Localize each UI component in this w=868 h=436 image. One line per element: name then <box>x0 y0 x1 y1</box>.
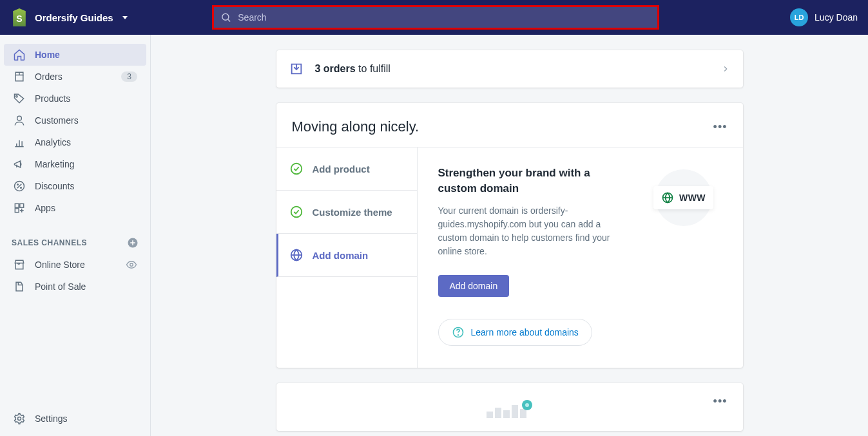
search-input[interactable] <box>238 12 651 23</box>
store-name: Ordersify Guides <box>35 12 113 23</box>
step-add-product[interactable]: Add product <box>276 147 417 191</box>
nav-label: Settings <box>35 413 68 424</box>
detail-desc: Your current domain is ordersify-guides.… <box>438 204 619 258</box>
globe-icon <box>289 248 304 262</box>
svg-point-0 <box>222 14 229 20</box>
fulfill-text: 3 orders to fulfill <box>315 63 391 75</box>
channel-online-store[interactable]: Online Store <box>4 254 146 276</box>
nav-products[interactable]: Products <box>4 88 146 109</box>
onboarding-steps: Add product Customize theme Add domain <box>276 147 417 368</box>
shopify-logo-icon <box>10 8 28 26</box>
main-content: 3 orders to fulfill Moving along nicely.… <box>151 35 868 436</box>
channel-pos[interactable]: Point of Sale <box>4 276 146 298</box>
top-bar: Ordersify Guides LD Lucy Doan <box>0 0 868 35</box>
card-menu-icon[interactable]: ••• <box>713 395 728 408</box>
nav-label: Point of Sale <box>35 281 86 292</box>
analytics-icon <box>13 136 26 149</box>
step-add-domain[interactable]: Add domain <box>276 234 417 277</box>
nav-label: Home <box>35 50 60 60</box>
svg-point-14 <box>291 207 302 218</box>
onboarding-card: Moving along nicely. ••• Add product Cus… <box>276 103 743 368</box>
nav-customers[interactable]: Customers <box>4 109 146 131</box>
globe-icon <box>661 191 674 204</box>
domain-illustration: WWW <box>645 166 722 230</box>
fulfill-orders-card[interactable]: 3 orders to fulfill <box>276 50 743 88</box>
nav-label: Online Store <box>35 260 85 270</box>
tag-icon <box>13 92 26 105</box>
svg-rect-7 <box>15 204 19 207</box>
question-circle-icon <box>452 326 465 339</box>
user-name: Lucy Doan <box>815 12 858 23</box>
add-domain-button[interactable]: Add domain <box>438 275 510 297</box>
add-channel-icon[interactable] <box>127 237 139 249</box>
onboarding-title: Moving along nicely. <box>292 118 420 135</box>
nav-label: Apps <box>35 203 55 213</box>
inbox-icon <box>289 62 304 76</box>
nav-marketing[interactable]: Marketing <box>4 153 146 175</box>
detail-title: Strengthen your brand with a custom doma… <box>438 166 632 196</box>
nav-label: Analytics <box>35 137 71 147</box>
orders-icon <box>13 70 26 83</box>
megaphone-icon <box>13 158 26 171</box>
gear-icon <box>13 412 26 425</box>
search-icon <box>220 12 231 23</box>
mini-illustration <box>292 401 728 418</box>
secondary-card: ••• <box>276 383 743 431</box>
learn-more-link[interactable]: Learn more about domains <box>438 319 592 346</box>
sidebar: Home Orders 3 Products Customers Analyti… <box>0 35 151 436</box>
discount-icon <box>13 180 26 193</box>
store-switcher[interactable]: Ordersify Guides <box>10 8 128 26</box>
chevron-right-icon <box>721 64 730 73</box>
home-icon <box>13 48 26 61</box>
check-circle-icon <box>289 205 304 219</box>
svg-point-17 <box>458 334 458 335</box>
svg-point-3 <box>17 116 22 120</box>
svg-rect-9 <box>15 209 19 213</box>
svg-point-12 <box>18 417 21 421</box>
svg-point-6 <box>21 187 22 189</box>
apps-icon <box>13 202 26 214</box>
nav-label: Customers <box>35 115 79 126</box>
user-menu[interactable]: LD Lucy Doan <box>790 8 858 26</box>
nav-settings[interactable]: Settings <box>4 408 146 430</box>
store-icon <box>13 258 26 271</box>
sales-channels-header: SALES CHANNELS <box>0 232 150 254</box>
nav-label: Orders <box>35 71 63 82</box>
customer-icon <box>13 114 26 127</box>
nav-apps[interactable]: Apps <box>4 197 146 219</box>
svg-line-1 <box>228 19 230 21</box>
svg-point-11 <box>130 263 133 267</box>
pos-icon <box>13 280 26 293</box>
svg-point-13 <box>291 164 302 175</box>
svg-rect-8 <box>20 204 24 207</box>
nav-home[interactable]: Home <box>4 44 146 66</box>
svg-point-5 <box>17 184 19 185</box>
nav-orders[interactable]: Orders 3 <box>4 66 146 88</box>
step-detail: Strengthen your brand with a custom doma… <box>417 147 743 368</box>
nav-analytics[interactable]: Analytics <box>4 131 146 153</box>
orders-badge: 3 <box>121 71 137 82</box>
view-store-icon[interactable] <box>126 259 137 270</box>
nav-discounts[interactable]: Discounts <box>4 175 146 197</box>
caret-down-icon <box>122 16 128 19</box>
nav-label: Products <box>35 93 70 104</box>
avatar: LD <box>790 8 808 26</box>
step-customize-theme[interactable]: Customize theme <box>276 191 417 234</box>
svg-point-2 <box>16 95 18 97</box>
nav-label: Discounts <box>35 181 74 191</box>
card-menu-icon[interactable]: ••• <box>713 120 728 134</box>
search-bar[interactable] <box>212 5 659 30</box>
nav-label: Marketing <box>35 159 74 169</box>
check-circle-icon <box>289 162 304 176</box>
